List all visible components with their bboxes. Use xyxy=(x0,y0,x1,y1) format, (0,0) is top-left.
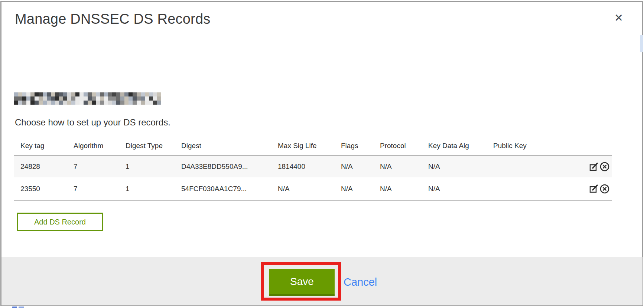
cell-key-data-alg: N/A xyxy=(428,185,493,193)
cell-algorithm: 7 xyxy=(74,185,126,193)
cell-max-sig-life: N/A xyxy=(278,185,341,193)
cell-max-sig-life: 1814400 xyxy=(278,163,341,171)
background-page-fragment xyxy=(12,307,17,308)
background-page-fragment xyxy=(640,35,643,52)
save-button[interactable]: Save xyxy=(269,269,335,296)
delete-icon[interactable] xyxy=(599,161,610,172)
column-header-flags: Flags xyxy=(341,142,380,150)
cell-digest: D4A33E8DD550A9... xyxy=(181,163,278,171)
cell-digest-type: 1 xyxy=(126,163,181,171)
close-icon[interactable]: ✕ xyxy=(611,10,627,26)
delete-icon[interactable] xyxy=(599,184,610,194)
column-header-algorithm: Algorithm xyxy=(74,142,126,150)
table-row: 23550 7 1 54FCF030AA1C79... N/A N/A N/A … xyxy=(14,177,612,201)
cell-flags: N/A xyxy=(341,163,380,171)
column-header-public-key: Public Key xyxy=(493,142,583,150)
add-ds-record-button[interactable]: Add DS Record xyxy=(17,213,103,231)
cell-flags: N/A xyxy=(341,185,380,193)
ds-records-table: Key tag Algorithm Digest Type Digest Max… xyxy=(14,137,612,201)
cell-digest: 54FCF030AA1C79... xyxy=(181,185,278,193)
edit-icon[interactable] xyxy=(589,161,599,172)
table-row: 24828 7 1 D4A33E8DD550A9... 1814400 N/A … xyxy=(14,156,612,177)
table-header-row: Key tag Algorithm Digest Type Digest Max… xyxy=(14,137,612,156)
column-header-protocol: Protocol xyxy=(380,142,428,150)
row-actions xyxy=(583,184,612,194)
cell-algorithm: 7 xyxy=(74,163,126,171)
instruction-text: Choose how to set up your DS records. xyxy=(15,117,170,128)
cell-key-tag: 24828 xyxy=(14,163,74,171)
cell-key-tag: 23550 xyxy=(14,185,74,193)
redacted-domain-name xyxy=(14,92,161,105)
cell-digest-type: 1 xyxy=(126,185,181,193)
cell-key-data-alg: N/A xyxy=(428,163,493,171)
background-page-fragment xyxy=(19,307,24,308)
cell-protocol: N/A xyxy=(380,185,428,193)
page-title: Manage DNSSEC DS Records xyxy=(15,11,210,27)
row-actions xyxy=(583,161,612,172)
column-header-max-sig-life: Max Sig Life xyxy=(278,142,341,150)
edit-icon[interactable] xyxy=(589,184,599,194)
cell-protocol: N/A xyxy=(380,163,428,171)
column-header-key-tag: Key tag xyxy=(14,142,74,150)
column-header-digest: Digest xyxy=(181,142,278,150)
column-header-digest-type: Digest Type xyxy=(126,142,181,150)
cancel-link[interactable]: Cancel xyxy=(344,269,377,296)
column-header-key-data-alg: Key Data Alg xyxy=(428,142,493,150)
